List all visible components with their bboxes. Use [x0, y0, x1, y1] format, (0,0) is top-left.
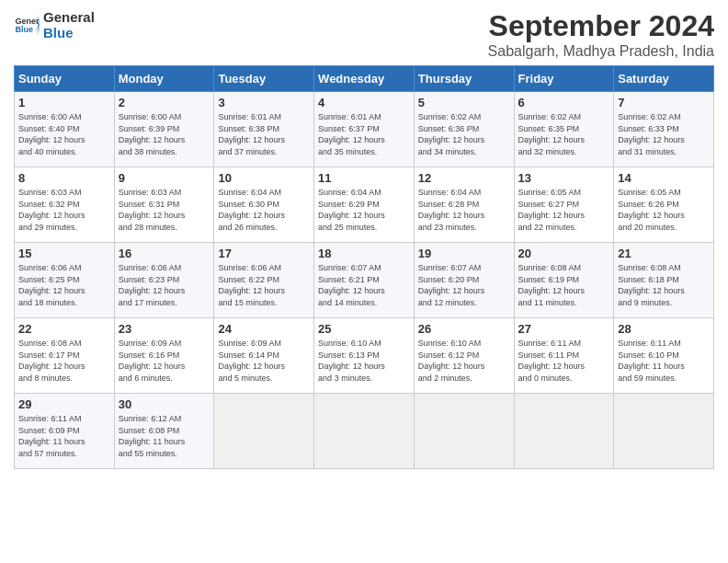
day-number: 7	[618, 96, 710, 109]
day-cell: 11Sunrise: 6:04 AM Sunset: 6:29 PM Dayli…	[314, 167, 415, 243]
day-number: 4	[318, 96, 410, 109]
day-cell: 13Sunrise: 6:05 AM Sunset: 6:27 PM Dayli…	[514, 167, 614, 243]
day-cell: 20Sunrise: 6:08 AM Sunset: 6:19 PM Dayli…	[514, 243, 614, 318]
day-number: 25	[318, 322, 410, 336]
title-section: September 2024 Sabalgarh, Madhya Pradesh…	[488, 9, 714, 60]
day-number: 9	[119, 171, 210, 185]
day-cell: 27Sunrise: 6:11 AM Sunset: 6:11 PM Dayli…	[514, 318, 614, 394]
day-info: Sunrise: 6:05 AM Sunset: 6:27 PM Dayligh…	[518, 187, 610, 233]
day-info: Sunrise: 6:04 AM Sunset: 6:30 PM Dayligh…	[218, 187, 310, 233]
logo-line1: General	[43, 9, 95, 25]
day-cell: 6Sunrise: 6:02 AM Sunset: 6:35 PM Daylig…	[514, 92, 614, 167]
day-info: Sunrise: 6:03 AM Sunset: 6:32 PM Dayligh…	[18, 187, 110, 233]
day-info: Sunrise: 6:08 AM Sunset: 6:17 PM Dayligh…	[18, 338, 110, 384]
day-info: Sunrise: 6:12 AM Sunset: 6:08 PM Dayligh…	[119, 413, 210, 459]
day-info: Sunrise: 6:05 AM Sunset: 6:26 PM Dayligh…	[618, 187, 710, 233]
day-info: Sunrise: 6:11 AM Sunset: 6:09 PM Dayligh…	[18, 413, 110, 459]
month-title: September 2024	[488, 9, 714, 43]
header-thursday: Thursday	[414, 66, 514, 92]
day-info: Sunrise: 6:00 AM Sunset: 6:39 PM Dayligh…	[119, 111, 210, 157]
day-number: 11	[318, 171, 410, 185]
day-info: Sunrise: 6:10 AM Sunset: 6:13 PM Dayligh…	[318, 338, 410, 384]
day-number: 20	[518, 247, 610, 260]
week-row-1: 8Sunrise: 6:03 AM Sunset: 6:32 PM Daylig…	[15, 167, 714, 243]
day-number: 5	[418, 96, 510, 109]
day-number: 14	[618, 171, 710, 185]
day-number: 17	[218, 247, 310, 260]
logo-line2: Blue	[43, 25, 95, 40]
day-number: 26	[418, 322, 510, 336]
week-row-3: 22Sunrise: 6:08 AM Sunset: 6:17 PM Dayli…	[15, 318, 714, 394]
day-cell: 30Sunrise: 6:12 AM Sunset: 6:08 PM Dayli…	[114, 394, 214, 469]
header-saturday: Saturday	[614, 66, 714, 92]
header-tuesday: Tuesday	[214, 66, 314, 92]
day-number: 30	[119, 397, 210, 411]
day-number: 3	[218, 96, 310, 109]
day-info: Sunrise: 6:07 AM Sunset: 6:21 PM Dayligh…	[318, 262, 410, 308]
day-number: 21	[618, 247, 710, 260]
day-cell: 1Sunrise: 6:00 AM Sunset: 6:40 PM Daylig…	[15, 92, 115, 167]
day-cell: 5Sunrise: 6:02 AM Sunset: 6:36 PM Daylig…	[414, 92, 514, 167]
day-number: 24	[218, 322, 310, 336]
day-cell	[414, 394, 514, 469]
day-info: Sunrise: 6:11 AM Sunset: 6:10 PM Dayligh…	[618, 338, 710, 384]
day-info: Sunrise: 6:01 AM Sunset: 6:37 PM Dayligh…	[318, 111, 410, 157]
day-number: 18	[318, 247, 410, 260]
day-cell: 15Sunrise: 6:06 AM Sunset: 6:25 PM Dayli…	[15, 243, 115, 318]
header-wednesday: Wednesday	[314, 66, 415, 92]
day-cell	[614, 394, 714, 469]
day-cell: 16Sunrise: 6:06 AM Sunset: 6:23 PM Dayli…	[114, 243, 214, 318]
day-number: 23	[119, 322, 210, 336]
week-row-0: 1Sunrise: 6:00 AM Sunset: 6:40 PM Daylig…	[15, 92, 714, 167]
day-cell	[214, 394, 314, 469]
day-cell: 2Sunrise: 6:00 AM Sunset: 6:39 PM Daylig…	[114, 92, 214, 167]
day-cell: 4Sunrise: 6:01 AM Sunset: 6:37 PM Daylig…	[314, 92, 415, 167]
day-cell: 7Sunrise: 6:02 AM Sunset: 6:33 PM Daylig…	[614, 92, 714, 167]
day-cell: 25Sunrise: 6:10 AM Sunset: 6:13 PM Dayli…	[314, 318, 415, 394]
day-cell: 28Sunrise: 6:11 AM Sunset: 6:10 PM Dayli…	[614, 318, 714, 394]
day-cell: 9Sunrise: 6:03 AM Sunset: 6:31 PM Daylig…	[114, 167, 214, 243]
day-cell: 3Sunrise: 6:01 AM Sunset: 6:38 PM Daylig…	[214, 92, 314, 167]
week-row-4: 29Sunrise: 6:11 AM Sunset: 6:09 PM Dayli…	[15, 394, 714, 469]
day-info: Sunrise: 6:00 AM Sunset: 6:40 PM Dayligh…	[18, 111, 110, 157]
day-cell: 17Sunrise: 6:06 AM Sunset: 6:22 PM Dayli…	[214, 243, 314, 318]
header-friday: Friday	[514, 66, 614, 92]
day-info: Sunrise: 6:07 AM Sunset: 6:20 PM Dayligh…	[418, 262, 510, 308]
day-number: 8	[18, 171, 110, 185]
day-info: Sunrise: 6:06 AM Sunset: 6:22 PM Dayligh…	[218, 262, 310, 308]
day-cell: 12Sunrise: 6:04 AM Sunset: 6:28 PM Dayli…	[414, 167, 514, 243]
day-info: Sunrise: 6:02 AM Sunset: 6:35 PM Dayligh…	[518, 111, 610, 157]
day-info: Sunrise: 6:06 AM Sunset: 6:25 PM Dayligh…	[18, 262, 110, 308]
day-number: 6	[518, 96, 610, 109]
day-info: Sunrise: 6:06 AM Sunset: 6:23 PM Dayligh…	[119, 262, 210, 308]
day-number: 29	[18, 397, 110, 411]
day-number: 27	[518, 322, 610, 336]
logo: General Blue General Blue	[14, 9, 95, 41]
day-info: Sunrise: 6:09 AM Sunset: 6:16 PM Dayligh…	[119, 338, 210, 384]
day-cell: 18Sunrise: 6:07 AM Sunset: 6:21 PM Dayli…	[314, 243, 415, 318]
svg-text:Blue: Blue	[15, 26, 33, 35]
day-number: 22	[18, 322, 110, 336]
day-cell: 22Sunrise: 6:08 AM Sunset: 6:17 PM Dayli…	[15, 318, 115, 394]
day-number: 15	[18, 247, 110, 260]
day-cell: 14Sunrise: 6:05 AM Sunset: 6:26 PM Dayli…	[614, 167, 714, 243]
day-number: 16	[119, 247, 210, 260]
day-number: 10	[218, 171, 310, 185]
logo-icon: General Blue	[14, 12, 40, 38]
header-sunday: Sunday	[15, 66, 115, 92]
day-cell: 10Sunrise: 6:04 AM Sunset: 6:30 PM Dayli…	[214, 167, 314, 243]
header-monday: Monday	[114, 66, 214, 92]
day-cell	[514, 394, 614, 469]
day-info: Sunrise: 6:11 AM Sunset: 6:11 PM Dayligh…	[518, 338, 610, 384]
day-info: Sunrise: 6:04 AM Sunset: 6:29 PM Dayligh…	[318, 187, 410, 233]
day-cell	[314, 394, 415, 469]
day-info: Sunrise: 6:09 AM Sunset: 6:14 PM Dayligh…	[218, 338, 310, 384]
day-number: 28	[618, 322, 710, 336]
day-info: Sunrise: 6:03 AM Sunset: 6:31 PM Dayligh…	[119, 187, 210, 233]
location-title: Sabalgarh, Madhya Pradesh, India	[488, 43, 714, 60]
day-cell: 8Sunrise: 6:03 AM Sunset: 6:32 PM Daylig…	[15, 167, 115, 243]
day-info: Sunrise: 6:10 AM Sunset: 6:12 PM Dayligh…	[418, 338, 510, 384]
day-cell: 24Sunrise: 6:09 AM Sunset: 6:14 PM Dayli…	[214, 318, 314, 394]
day-number: 2	[119, 96, 210, 109]
day-info: Sunrise: 6:08 AM Sunset: 6:19 PM Dayligh…	[518, 262, 610, 308]
